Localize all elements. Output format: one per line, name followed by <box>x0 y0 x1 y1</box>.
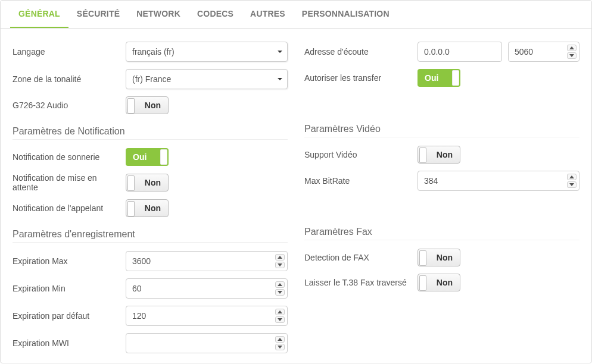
spinner <box>567 174 577 188</box>
g726-label: G726-32 Audio <box>13 101 126 110</box>
toggle-handle <box>127 201 135 216</box>
tonalite-label: Zone de la tonalité <box>13 74 126 84</box>
listen-port-input[interactable] <box>508 42 579 62</box>
listen-host-input[interactable] <box>417 42 502 62</box>
spin-down[interactable] <box>567 181 577 188</box>
left-column: Langage français (fr) Zone de la tonalit… <box>13 38 288 357</box>
expmin-field[interactable] <box>132 284 281 293</box>
spin-up[interactable] <box>567 174 577 180</box>
toggle-handle <box>419 148 426 163</box>
chevron-down-icon <box>278 77 282 81</box>
fax-detect-toggle[interactable]: Non <box>417 249 460 266</box>
registration-heading: Paramètres d'enregistrement <box>13 229 288 240</box>
expdef-field[interactable] <box>132 311 281 321</box>
expmax-input[interactable] <box>126 251 288 271</box>
spin-down[interactable] <box>567 52 577 59</box>
tab-securite[interactable]: SÉCURITÉ <box>68 1 128 28</box>
spinner <box>275 309 285 323</box>
video-support-label: Support Vidéo <box>304 150 417 159</box>
spin-up[interactable] <box>567 45 577 51</box>
spin-down[interactable] <box>275 262 285 268</box>
divider <box>304 137 579 137</box>
right-column: Adresse d'écoute Autoriser les transfer <box>304 38 579 357</box>
tab-codecs[interactable]: CODECS <box>189 1 242 28</box>
notification-heading: Paramètres de Notification <box>13 126 288 137</box>
spinner <box>275 336 285 350</box>
tonalite-select[interactable]: (fr) France <box>126 69 288 89</box>
tab-network[interactable]: NETWORK <box>128 1 189 28</box>
spin-up[interactable] <box>275 254 285 261</box>
toggle-off-text: Non <box>437 150 453 159</box>
chevron-down-icon <box>278 49 282 54</box>
toggle-off-text: Non <box>145 101 161 110</box>
expdef-input[interactable] <box>126 306 288 326</box>
listen-addr-label: Adresse d'écoute <box>304 47 417 57</box>
toggle-handle <box>419 250 426 266</box>
divider <box>13 139 288 140</box>
expmin-input[interactable] <box>126 278 288 299</box>
cid-notify-toggle[interactable]: Non <box>126 199 169 217</box>
expmax-label: Expiration Max <box>13 256 126 266</box>
hold-notify-label: Notification de mise en attente <box>13 173 126 192</box>
toggle-off-text: Non <box>145 178 161 187</box>
spin-down[interactable] <box>275 344 285 350</box>
expmwi-field[interactable] <box>132 338 281 348</box>
divider <box>13 242 288 243</box>
spin-down[interactable] <box>275 289 285 296</box>
toggle-off-text: Non <box>437 253 453 262</box>
expmwi-label: Expiration MWI <box>13 338 126 348</box>
cid-notify-label: Notification de l'appelant <box>13 203 126 213</box>
langage-label: Langage <box>13 47 126 57</box>
spinner <box>567 45 577 59</box>
tab-personnalisation[interactable]: PERSONNALISATION <box>294 1 398 28</box>
toggle-on-text: Oui <box>425 73 438 83</box>
ring-notify-label: Notification de sonnerie <box>13 152 126 162</box>
max-bitrate-input[interactable] <box>417 171 579 191</box>
expmin-label: Expiration Min <box>13 284 126 293</box>
hold-notify-toggle[interactable]: Non <box>126 174 169 192</box>
tab-autres[interactable]: AUTRES <box>242 1 294 28</box>
expmax-field[interactable] <box>132 256 281 266</box>
listen-host-field[interactable] <box>424 47 496 57</box>
toggle-handle <box>452 70 459 86</box>
listen-port-field[interactable] <box>515 47 573 57</box>
expmwi-input[interactable] <box>126 333 288 353</box>
divider <box>304 240 579 240</box>
fax-detect-label: Detection de FAX <box>304 253 417 262</box>
tab-general[interactable]: GÉNÉRAL <box>10 1 68 28</box>
spin-down[interactable] <box>275 316 285 323</box>
allow-transfer-label: Autoriser les transfer <box>304 73 417 83</box>
spinner <box>275 254 285 268</box>
video-heading: Paramètres Vidéo <box>304 124 579 134</box>
fax-heading: Paramètres Fax <box>304 227 579 237</box>
toggle-handle <box>127 175 135 191</box>
max-bitrate-field[interactable] <box>424 176 573 186</box>
allow-transfer-toggle[interactable]: Oui <box>417 69 460 87</box>
expdef-label: Expiration par défaut <box>13 311 126 321</box>
toggle-handle <box>419 275 426 291</box>
video-support-toggle[interactable]: Non <box>417 146 460 164</box>
ring-notify-toggle[interactable]: Oui <box>126 148 169 166</box>
spin-up[interactable] <box>275 281 285 288</box>
tab-bar: GÉNÉRAL SÉCURITÉ NETWORK CODECS AUTRES P… <box>1 1 591 29</box>
g726-toggle[interactable]: Non <box>126 96 169 114</box>
langage-select[interactable]: français (fr) <box>126 42 288 62</box>
spin-up[interactable] <box>275 336 285 343</box>
toggle-handle <box>160 149 167 165</box>
toggle-off-text: Non <box>437 278 453 287</box>
toggle-handle <box>127 98 135 114</box>
t38-passthrough-toggle[interactable]: Non <box>417 274 460 291</box>
spinner <box>275 281 285 296</box>
max-bitrate-label: Max BitRate <box>304 176 417 186</box>
langage-select-value: français (fr) <box>132 47 175 57</box>
toggle-off-text: Non <box>145 203 161 213</box>
tonalite-select-value: (fr) France <box>132 74 171 84</box>
spin-up[interactable] <box>275 309 285 315</box>
toggle-on-text: Oui <box>133 152 147 162</box>
t38-passthrough-label: Laisser le T.38 Fax traversé <box>304 278 417 287</box>
